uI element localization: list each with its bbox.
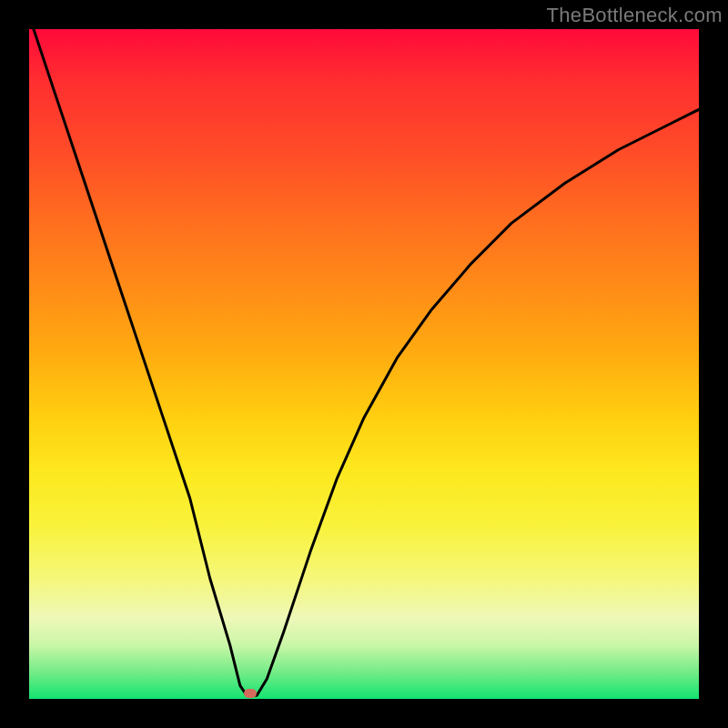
bottleneck-curve — [29, 15, 699, 695]
optimum-marker — [244, 689, 257, 698]
watermark-text: TheBottleneck.com — [547, 4, 723, 27]
chart-frame: TheBottleneck.com — [0, 0, 728, 728]
plot-area — [29, 29, 699, 699]
curve-layer — [29, 29, 699, 699]
